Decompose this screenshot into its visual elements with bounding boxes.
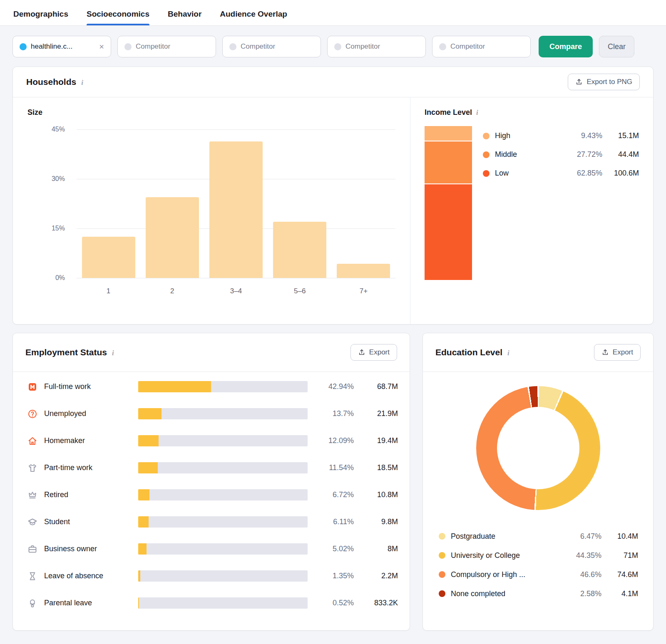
employment-bar-fill bbox=[138, 570, 140, 582]
employment-percent: 6.72% bbox=[313, 490, 354, 499]
top-tab-bar: DemographicsSocioeconomicsBehaviorAudien… bbox=[0, 0, 666, 26]
legend-label: University or College bbox=[451, 551, 563, 560]
employment-export-button[interactable]: Export bbox=[350, 344, 397, 361]
hourglass-icon bbox=[27, 571, 37, 581]
legend-dot-icon bbox=[439, 552, 445, 559]
page-content: Households i Export to PNG Size 45%30%15… bbox=[0, 67, 666, 644]
employment-percent: 5.02% bbox=[313, 545, 354, 553]
employment-bar-fill bbox=[138, 543, 147, 555]
placeholder-dot-icon bbox=[334, 43, 341, 50]
legend-dot-icon bbox=[439, 590, 445, 597]
competitor-input-chip[interactable]: Competitor bbox=[432, 36, 531, 57]
household-size-section: Size 45%30%15%0% 123–45–67+ bbox=[13, 97, 410, 324]
size-bar-1 bbox=[82, 237, 135, 278]
legend-dot-icon bbox=[439, 533, 445, 540]
tab-socioeconomics[interactable]: Socioeconomics bbox=[87, 10, 149, 25]
legend-value: 15.1M bbox=[602, 131, 639, 140]
size-x-tick: 7+ bbox=[332, 287, 395, 295]
domain-chip[interactable]: healthline.c...× bbox=[12, 36, 111, 57]
info-icon[interactable]: i bbox=[112, 349, 114, 357]
education-level-card: Education Level i Export Postgraduate6.4… bbox=[422, 333, 654, 631]
employment-bar-track bbox=[138, 489, 308, 500]
export-to-png-button[interactable]: Export to PNG bbox=[568, 74, 640, 90]
remove-icon[interactable]: × bbox=[99, 42, 104, 51]
employment-row: Parental leave0.52%833.2K bbox=[27, 597, 398, 609]
info-icon[interactable]: i bbox=[81, 79, 83, 87]
employment-row: Full-time work42.94%68.7M bbox=[27, 381, 398, 392]
legend-percent: 6.47% bbox=[563, 532, 601, 541]
legend-value: 74.6M bbox=[601, 570, 638, 579]
employment-row: Part-time work11.54%18.5M bbox=[27, 462, 398, 473]
chip-label: Competitor bbox=[136, 42, 209, 51]
legend-value: 71M bbox=[601, 551, 638, 560]
legend-label: Middle bbox=[495, 150, 564, 159]
chip-label: Competitor bbox=[450, 42, 524, 51]
size-y-axis: 45%30%15%0% bbox=[27, 129, 77, 278]
legend-value: 4.1M bbox=[601, 590, 638, 598]
tab-behavior[interactable]: Behavior bbox=[168, 10, 201, 25]
legend-label: High bbox=[495, 131, 564, 140]
pacifier-icon bbox=[27, 598, 37, 608]
info-icon[interactable]: i bbox=[476, 109, 478, 117]
education-donut-chart bbox=[476, 386, 600, 510]
employment-label: Unemployed bbox=[44, 409, 132, 418]
competitor-input-chip[interactable]: Competitor bbox=[327, 36, 426, 57]
households-card: Households i Export to PNG Size 45%30%15… bbox=[12, 67, 654, 324]
size-bar-slot bbox=[140, 129, 204, 278]
legend-value: 10.4M bbox=[601, 532, 638, 541]
legend-percent: 27.72% bbox=[564, 150, 602, 159]
education-legend-row: Compulsory or High ...46.6%74.6M bbox=[439, 565, 638, 584]
employment-value: 21.9M bbox=[360, 409, 398, 418]
income-segment-low bbox=[425, 184, 472, 280]
employment-status-card: Employment Status i Export Full-time wor… bbox=[12, 333, 410, 631]
employment-bar-track bbox=[138, 408, 308, 419]
size-title: Size bbox=[27, 108, 395, 117]
household-size-chart: 45%30%15%0% 123–45–67+ bbox=[27, 129, 395, 295]
employment-label: Part-time work bbox=[44, 463, 132, 472]
compare-button[interactable]: Compare bbox=[539, 36, 593, 57]
education-legend-row: Postgraduate6.47%10.4M bbox=[439, 527, 638, 546]
size-y-tick: 30% bbox=[52, 175, 65, 183]
employment-bar-track bbox=[138, 570, 308, 582]
employment-row: Business owner5.02%8M bbox=[27, 543, 398, 555]
filter-row: healthline.c...×CompetitorCompetitorComp… bbox=[0, 26, 666, 67]
employment-bar-track bbox=[138, 516, 308, 528]
households-body: Size 45%30%15%0% 123–45–67+ Income Level… bbox=[13, 97, 653, 324]
employment-label: Retired bbox=[44, 490, 132, 499]
education-legend-row: University or College44.35%71M bbox=[439, 546, 638, 565]
employment-percent: 6.11% bbox=[313, 518, 354, 526]
chip-label: healthline.c... bbox=[31, 42, 95, 51]
tab-audience-overlap[interactable]: Audience Overlap bbox=[220, 10, 287, 25]
education-legend: Postgraduate6.47%10.4MUniversity or Coll… bbox=[423, 510, 653, 603]
legend-label: Postgraduate bbox=[451, 532, 563, 541]
legend-dot-icon bbox=[483, 133, 490, 139]
employment-percent: 13.7% bbox=[313, 409, 354, 418]
households-title: Households i bbox=[26, 77, 83, 87]
employment-bar-track bbox=[138, 597, 308, 609]
briefcase-icon bbox=[27, 544, 37, 554]
employment-label: Business owner bbox=[44, 545, 132, 553]
size-x-tick: 1 bbox=[77, 287, 140, 295]
employment-bar-fill bbox=[138, 408, 162, 419]
employment-bar-fill bbox=[138, 462, 158, 473]
income-legend-row: High9.43%15.1M bbox=[483, 126, 639, 145]
legend-label: Low bbox=[495, 169, 564, 178]
income-legend-row: Middle27.72%44.4M bbox=[483, 145, 639, 164]
vest-icon bbox=[27, 382, 37, 392]
employment-label: Full-time work bbox=[44, 382, 132, 391]
employment-export-label: Export bbox=[369, 348, 390, 357]
question-icon bbox=[27, 409, 37, 419]
education-export-button[interactable]: Export bbox=[594, 344, 641, 361]
legend-percent: 9.43% bbox=[564, 131, 602, 140]
clear-button[interactable]: Clear bbox=[599, 36, 634, 57]
tab-demographics[interactable]: Demographics bbox=[13, 10, 68, 25]
competitor-input-chip[interactable]: Competitor bbox=[222, 36, 321, 57]
size-bar-slot bbox=[204, 129, 268, 278]
employment-percent: 0.52% bbox=[313, 599, 354, 607]
employment-label: Leave of absence bbox=[44, 572, 132, 580]
placeholder-dot-icon bbox=[439, 43, 446, 50]
competitor-input-chip[interactable]: Competitor bbox=[117, 36, 216, 57]
employment-percent: 11.54% bbox=[313, 463, 354, 472]
info-icon[interactable]: i bbox=[507, 349, 509, 357]
export-icon bbox=[575, 78, 583, 86]
